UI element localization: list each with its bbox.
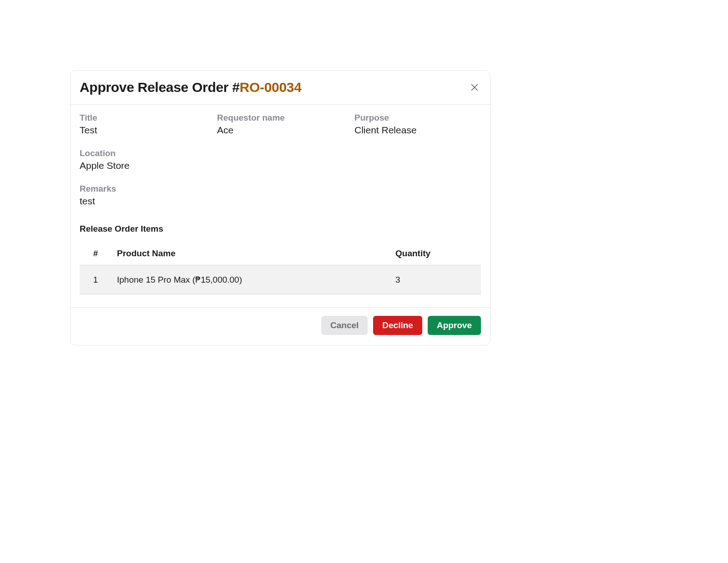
close-icon: [470, 82, 480, 92]
order-number: RO-00034: [240, 80, 302, 95]
field-location: Location Apple Store: [80, 148, 481, 171]
decline-button[interactable]: Decline: [373, 316, 422, 335]
field-label-remarks: Remarks: [80, 184, 481, 194]
field-title: Title Test: [80, 113, 206, 136]
cancel-button[interactable]: Cancel: [321, 316, 368, 335]
close-button[interactable]: [468, 81, 481, 94]
fields-grid: Title Test Requestor name Ace Purpose Cl…: [80, 113, 481, 207]
modal-footer: Cancel Decline Approve: [71, 307, 490, 345]
approve-button[interactable]: Approve: [428, 316, 481, 335]
field-purpose: Purpose Client Release: [354, 113, 481, 136]
col-header-index: #: [80, 242, 111, 265]
modal-title-prefix: Approve Release Order #: [80, 80, 240, 95]
col-header-product: Product Name: [111, 242, 390, 265]
table-row: 1 Iphone 15 Pro Max (₱15,000.00) 3: [80, 265, 481, 294]
field-value-location: Apple Store: [80, 160, 481, 171]
items-table: # Product Name Quantity 1 Iphone 15 Pro …: [80, 242, 481, 294]
modal-header: Approve Release Order #RO-00034: [71, 71, 490, 105]
cell-quantity: 3: [390, 265, 481, 294]
field-label-title: Title: [80, 113, 206, 123]
field-label-purpose: Purpose: [354, 113, 481, 123]
modal-title: Approve Release Order #RO-00034: [80, 80, 302, 95]
cell-index: 1: [80, 265, 111, 294]
field-value-remarks: test: [80, 196, 481, 207]
field-label-location: Location: [80, 148, 481, 158]
modal-body: Title Test Requestor name Ace Purpose Cl…: [71, 105, 490, 307]
cell-product: Iphone 15 Pro Max (₱15,000.00): [111, 265, 390, 294]
field-value-title: Test: [80, 125, 206, 136]
field-requestor: Requestor name Ace: [217, 113, 344, 136]
items-section-title: Release Order Items: [80, 224, 481, 234]
field-label-requestor: Requestor name: [217, 113, 344, 123]
col-header-quantity: Quantity: [390, 242, 481, 265]
items-header-row: # Product Name Quantity: [80, 242, 481, 265]
field-value-requestor: Ace: [217, 125, 344, 136]
approve-release-order-modal: Approve Release Order #RO-00034 Title Te…: [70, 70, 490, 345]
field-value-purpose: Client Release: [354, 125, 481, 136]
field-remarks: Remarks test: [80, 184, 481, 207]
